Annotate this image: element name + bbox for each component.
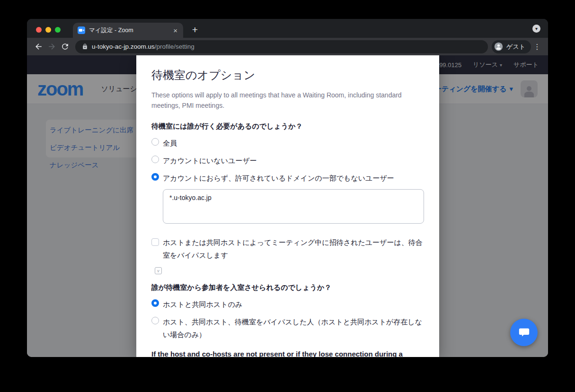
browser-toolbar: u-tokyo-ac-jp.zoom.us/profile/setting ゲス… [27,38,548,55]
radio-icon[interactable] [151,317,159,324]
zoom-favicon-icon [78,26,85,34]
arrow-forward-icon [47,42,56,51]
guest-profile-label: ゲスト [506,43,525,51]
back-button[interactable] [32,40,45,53]
bypass-waiting-room-checkbox-row[interactable]: ホストまたは共同ホストによってミーティング中に招待されたユーザーは、待合室をバイ… [151,236,424,261]
new-tab-button[interactable]: + [188,23,202,36]
radio-selected-icon[interactable] [151,299,159,307]
url-path: /profile/setting [155,43,195,50]
chat-bubble-icon [518,326,531,339]
browser-tab[interactable]: マイ設定 - Zoom × [73,23,183,38]
lock-icon [82,44,88,50]
radio-selected-icon[interactable] [151,173,159,181]
url-host: u-tokyo-ac-jp.zoom.us [92,43,155,50]
chat-support-button[interactable] [510,319,538,346]
page-viewport: 88.799.0125 リソース ▾ サポート zoom ソリューション ▾ ミ… [27,55,548,357]
radio-option-users-not-in-account-or-domains[interactable]: アカウントにおらず、許可されているドメインの一部でもないユーザー [151,172,424,184]
browser-menu-button[interactable]: ⋮ [531,40,543,53]
radio-option-host-cohosts-bypassers[interactable]: ホスト、共同ホスト、待機室をバイパスした人（ホストと共同ホストが存在しない場合の… [151,315,424,341]
radio-group-who-goes: 全員 アカウントにいないユーザー アカウントにおらず、許可されているドメインの一… [151,137,424,184]
tab-search-button[interactable]: ▾ [532,25,540,33]
question-who-admits-participants: 誰が待機室から参加者を入室させられるのでしょうか？ [151,283,424,292]
address-bar[interactable]: u-tokyo-ac-jp.zoom.us/profile/setting [75,40,488,53]
tab-title: マイ設定 - Zoom [89,26,168,35]
radio-option-users-not-in-account[interactable]: アカウントにいないユーザー [151,154,424,167]
waiting-room-options-modal: 待機室のオプション These options will apply to al… [136,55,439,357]
radio-icon[interactable] [151,156,159,163]
question-host-not-present: If the host and co-hosts are not present… [151,349,424,357]
window-zoom-button[interactable] [55,27,61,33]
arrow-back-icon [34,42,43,51]
url-text: u-tokyo-ac-jp.zoom.us/profile/setting [92,43,195,50]
modal-description: These options will apply to all meetings… [151,90,410,111]
checkbox-icon[interactable] [151,238,159,246]
modal-title: 待機室のオプション [151,68,424,83]
person-icon [494,42,503,51]
question-who-goes-to-waiting-room: 待機室には誰が行く必要があるのでしょうか？ [151,122,424,131]
desktop-background: マイ設定 - Zoom × + ▾ u-tokyo-ac-jp.zoom.us/… [0,0,575,392]
radio-option-host-cohosts-only[interactable]: ホストと共同ホストのみ [151,298,424,311]
tab-strip: マイ設定 - Zoom × + ▾ [27,19,548,38]
placeholder-v-icon: v [155,267,162,274]
window-close-button[interactable] [36,27,42,33]
reload-button[interactable] [58,40,71,53]
chevron-down-icon: ▾ [535,26,538,31]
radio-group-who-admits: ホストと共同ホストのみ ホスト、共同ホスト、待機室をバイパスした人（ホストと共同… [151,298,424,341]
browser-window: マイ設定 - Zoom × + ▾ u-tokyo-ac-jp.zoom.us/… [27,19,548,357]
allowed-domains-input[interactable]: *.u-tokyo.ac.jp [163,189,424,224]
window-minimize-button[interactable] [45,27,51,33]
reload-icon [61,42,70,51]
forward-button[interactable] [45,40,58,53]
radio-option-everyone[interactable]: 全員 [151,137,424,149]
tab-close-icon[interactable]: × [172,27,178,34]
browser-profile-button[interactable]: ゲスト [492,40,531,53]
radio-icon[interactable] [151,138,159,146]
